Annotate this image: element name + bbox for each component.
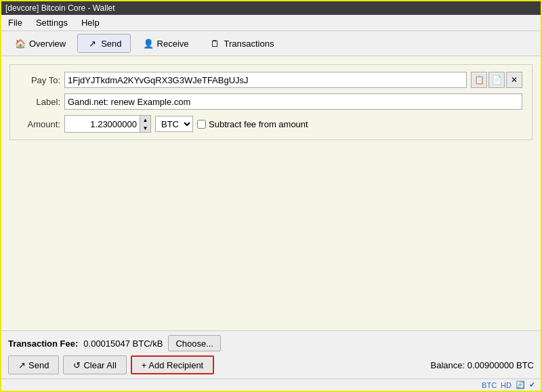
- send-form: Pay To: 📋 📄 ✕ Label:: [9, 64, 533, 140]
- choose-fee-btn[interactable]: Choose...: [168, 335, 221, 351]
- amount-down-btn[interactable]: ▼: [140, 124, 150, 132]
- paste-btn[interactable]: 📄: [488, 72, 505, 88]
- pay-to-label: Pay To:: [20, 75, 60, 85]
- send-btn-icon: ↗: [18, 360, 26, 370]
- label-row: Label:: [20, 93, 522, 110]
- tab-receive[interactable]: 👤 Receive: [133, 34, 198, 53]
- menu-help[interactable]: Help: [77, 16, 104, 29]
- send-btn-label: Send: [28, 360, 49, 370]
- tab-send-label: Send: [101, 39, 121, 49]
- tab-overview-label: Overview: [29, 39, 66, 49]
- sync-icon: 🔄: [516, 380, 525, 389]
- overview-icon: 🏠: [14, 37, 26, 49]
- window-title: [devcore] Bitcoin Core - Wallet: [5, 3, 115, 13]
- currency-select[interactable]: BTC: [155, 116, 193, 132]
- content-area: Pay To: 📋 📄 ✕ Label:: [1, 56, 541, 330]
- clear-icon: ↺: [73, 360, 81, 370]
- subtract-fee-label: Subtract fee from amount: [209, 119, 308, 129]
- menu-settings[interactable]: Settings: [32, 16, 72, 29]
- btc-label: BTC: [482, 381, 497, 389]
- menu-file[interactable]: File: [4, 16, 26, 29]
- add-recipient-label: + Add Recipient: [142, 360, 203, 370]
- title-bar: [devcore] Bitcoin Core - Wallet: [1, 1, 541, 15]
- clear-all-label: Clear All: [83, 360, 116, 370]
- address-book-icon: 📋: [474, 75, 484, 85]
- paste-icon: 📄: [492, 75, 502, 85]
- amount-input-wrap: ▲ ▼: [64, 115, 151, 133]
- fee-value: 0.00015047 BTC/kB: [83, 339, 163, 349]
- amount-input[interactable]: [65, 116, 140, 132]
- action-row: ↗ Send ↺ Clear All + Add Recipient Balan…: [8, 355, 534, 374]
- clear-address-btn[interactable]: ✕: [506, 72, 522, 88]
- menu-bar: File Settings Help: [1, 15, 541, 31]
- pay-to-row: Pay To: 📋 📄 ✕: [20, 72, 522, 88]
- tab-receive-label: Receive: [157, 39, 189, 49]
- tab-transactions-label: Transactions: [224, 39, 274, 49]
- nav-bar: 🏠 Overview ↗ Send 👤 Receive 🗒 Transactio…: [1, 31, 541, 56]
- subtract-fee-row: Subtract fee from amount: [197, 119, 308, 129]
- subtract-fee-checkbox[interactable]: [197, 120, 206, 129]
- label-input[interactable]: [64, 93, 522, 110]
- transaction-fee-row: Transaction Fee: 0.00015047 BTC/kB Choos…: [8, 335, 534, 351]
- hd-label: HD: [501, 381, 512, 389]
- bottom-bar: Transaction Fee: 0.00015047 BTC/kB Choos…: [1, 330, 541, 378]
- amount-row: Amount: ▲ ▼ BTC Subtract fee fro: [20, 115, 522, 133]
- clear-all-button[interactable]: ↺ Clear All: [63, 355, 126, 374]
- send-button[interactable]: ↗ Send: [8, 355, 59, 374]
- amount-up-btn[interactable]: ▲: [140, 116, 150, 124]
- balance-display: Balance: 0.00900000 BTC: [431, 360, 535, 370]
- pay-to-input[interactable]: [64, 72, 467, 88]
- status-bar: BTC HD 🔄 ✔: [1, 378, 541, 391]
- tab-overview[interactable]: 🏠 Overview: [5, 34, 75, 53]
- add-recipient-button[interactable]: + Add Recipient: [131, 355, 214, 374]
- amount-label: Amount:: [20, 119, 60, 129]
- amount-controls: ▲ ▼ BTC Subtract fee from amount: [64, 115, 308, 133]
- pay-to-controls: 📋 📄 ✕: [471, 72, 522, 88]
- main-window: [devcore] Bitcoin Core - Wallet File Set…: [0, 0, 542, 392]
- label-label: Label:: [20, 97, 60, 107]
- send-icon: ↗: [86, 37, 98, 49]
- tab-transactions[interactable]: 🗒 Transactions: [201, 34, 283, 53]
- transactions-icon: 🗒: [209, 37, 222, 49]
- receive-icon: 👤: [142, 37, 154, 49]
- spacer-area: [9, 146, 533, 322]
- tab-send[interactable]: ↗ Send: [77, 34, 130, 53]
- address-book-btn[interactable]: 📋: [471, 72, 487, 88]
- amount-spinner: ▲ ▼: [140, 116, 150, 132]
- clear-address-icon: ✕: [511, 75, 518, 85]
- fee-label: Transaction Fee:: [8, 339, 78, 349]
- check-icon: ✔: [529, 380, 535, 389]
